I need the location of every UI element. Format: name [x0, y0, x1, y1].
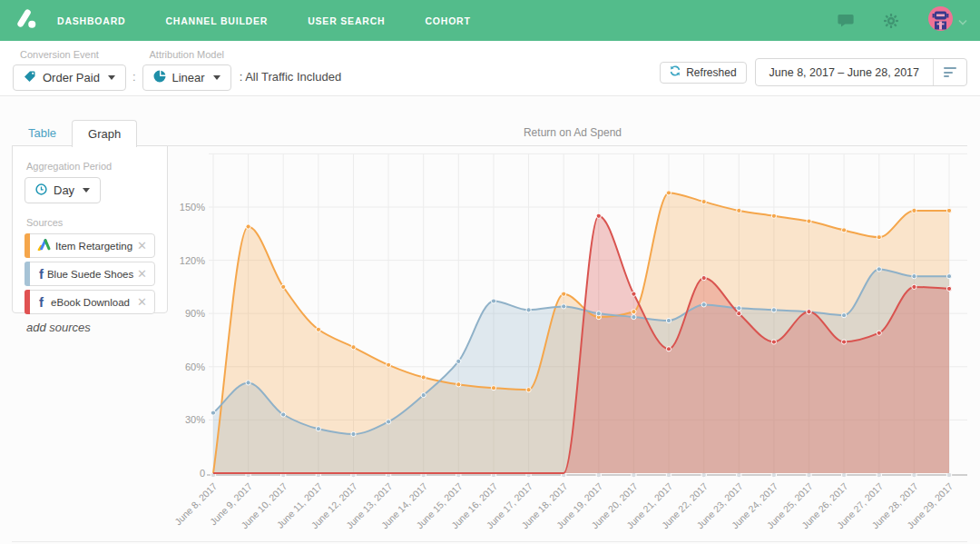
data-point[interactable]: [842, 340, 847, 344]
data-point[interactable]: [877, 331, 881, 335]
data-point[interactable]: [351, 431, 356, 436]
data-point[interactable]: [491, 386, 495, 391]
nav-dashboard[interactable]: DASHBOARD: [57, 15, 125, 26]
svg-text:60%: 60%: [185, 361, 205, 372]
data-point[interactable]: [771, 213, 776, 218]
data-point[interactable]: [526, 388, 531, 392]
data-point[interactable]: [456, 359, 461, 363]
data-point[interactable]: [666, 318, 671, 322]
conversion-event-dropdown[interactable]: Order Paid: [13, 64, 126, 91]
data-point[interactable]: [842, 228, 847, 232]
nav-channel-builder[interactable]: CHANNEL BUILDER: [165, 15, 268, 26]
svg-text:30%: 30%: [185, 414, 205, 425]
chat-icon[interactable]: [837, 12, 855, 30]
refreshed-button[interactable]: Refreshed: [660, 62, 746, 84]
gear-icon[interactable]: [882, 12, 900, 30]
app-logo-icon[interactable]: [15, 7, 37, 34]
data-point[interactable]: [387, 362, 391, 367]
data-point[interactable]: [596, 312, 601, 316]
nav-user-search[interactable]: USER SEARCH: [308, 15, 385, 26]
date-range-value[interactable]: June 8, 2017 – June 28, 2017: [756, 66, 933, 79]
chevron-down-icon: [108, 75, 115, 80]
date-range-picker[interactable]: June 8, 2017 – June 28, 2017: [755, 58, 967, 86]
data-point[interactable]: [842, 313, 847, 318]
data-point[interactable]: [771, 340, 776, 344]
data-point[interactable]: [912, 284, 916, 289]
remove-source-icon[interactable]: ✕: [137, 296, 147, 308]
data-point[interactable]: [246, 381, 250, 385]
traffic-note: : All Traffic Included: [231, 70, 342, 91]
pie-chart-icon: [153, 70, 166, 85]
remove-source-icon[interactable]: ✕: [137, 240, 147, 252]
data-point[interactable]: [632, 310, 636, 314]
data-point[interactable]: [701, 302, 706, 307]
data-point[interactable]: [562, 304, 566, 309]
data-point[interactable]: [877, 235, 881, 240]
account-chevron-down-icon[interactable]: [958, 13, 967, 29]
data-point[interactable]: [737, 312, 741, 316]
refresh-icon: [670, 65, 681, 79]
data-point[interactable]: [421, 375, 426, 380]
data-point[interactable]: [912, 274, 916, 279]
data-point[interactable]: [632, 292, 636, 296]
data-point[interactable]: [737, 306, 741, 311]
data-point[interactable]: [946, 286, 951, 291]
svg-text:120%: 120%: [180, 255, 205, 266]
source-chip[interactable]: f eBook Download ✕: [24, 290, 155, 314]
attribution-model-label: Attribution Model: [150, 49, 231, 60]
data-point[interactable]: [596, 213, 601, 218]
main-nav: DASHBOARD CHANNEL BUILDER USER SEARCH CO…: [57, 15, 471, 26]
data-point[interactable]: [946, 208, 951, 213]
svg-text:0: 0: [200, 468, 205, 479]
data-point[interactable]: [526, 308, 531, 312]
source-chip[interactable]: f Blue Suede Shoes ✕: [24, 262, 155, 286]
data-point[interactable]: [666, 347, 671, 351]
data-point[interactable]: [316, 427, 320, 431]
data-point[interactable]: [666, 191, 671, 195]
data-point[interactable]: [771, 308, 776, 312]
data-point[interactable]: [632, 315, 636, 320]
attribution-model-dropdown[interactable]: Linear: [142, 64, 231, 91]
data-point[interactable]: [491, 299, 495, 303]
source-chip[interactable]: Item Retargeting ✕: [24, 233, 155, 258]
chart-title: Return on Ad Spend: [178, 126, 967, 139]
tag-icon: [24, 70, 36, 85]
data-point[interactable]: [912, 208, 916, 213]
source-name: Blue Suede Shoes: [44, 269, 137, 280]
content-bottom-divider: [12, 541, 967, 542]
add-sources-link[interactable]: add sources: [26, 321, 155, 334]
app-header: DASHBOARD CHANNEL BUILDER USER SEARCH CO…: [0, 0, 980, 41]
view-tabs: Table Graph: [13, 120, 137, 147]
data-point[interactable]: [562, 292, 566, 296]
tab-table[interactable]: Table: [13, 120, 72, 147]
filter-lines-icon[interactable]: [934, 67, 966, 77]
data-point[interactable]: [281, 284, 286, 289]
data-point[interactable]: [877, 267, 881, 272]
remove-source-icon[interactable]: ✕: [137, 268, 147, 280]
nav-cohort[interactable]: COHORT: [425, 15, 470, 26]
data-point[interactable]: [701, 200, 706, 204]
data-point[interactable]: [807, 219, 811, 223]
data-point[interactable]: [737, 208, 741, 213]
filters-toolbar: Conversion Event Order Paid : Attributio…: [0, 41, 980, 96]
source-name: eBook Download: [44, 297, 137, 308]
tab-graph[interactable]: Graph: [72, 120, 137, 147]
data-point[interactable]: [807, 310, 811, 314]
avatar[interactable]: [927, 5, 954, 35]
data-point[interactable]: [946, 274, 951, 279]
data-point[interactable]: [281, 412, 286, 417]
data-point[interactable]: [387, 420, 391, 424]
conversion-event-label: Conversion Event: [20, 49, 126, 60]
clock-icon: [35, 183, 47, 198]
chevron-down-icon: [83, 188, 90, 193]
data-point[interactable]: [316, 327, 320, 331]
separator-colon: :: [126, 70, 142, 91]
data-point[interactable]: [701, 276, 706, 281]
adwords-icon: [37, 238, 51, 254]
data-point[interactable]: [456, 382, 461, 387]
data-point[interactable]: [211, 410, 215, 415]
data-point[interactable]: [246, 224, 250, 229]
aggregation-period-dropdown[interactable]: Day: [24, 177, 101, 203]
data-point[interactable]: [351, 345, 356, 350]
data-point[interactable]: [421, 393, 426, 398]
